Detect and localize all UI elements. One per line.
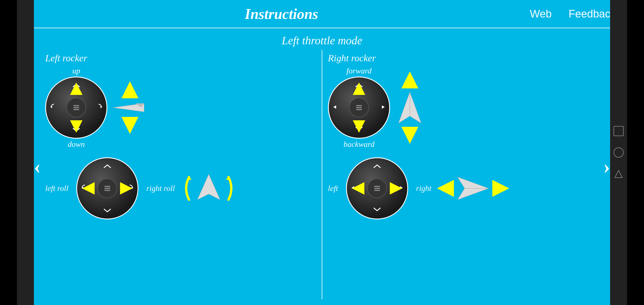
- right-col-content: forward: [328, 66, 599, 219]
- throttle-down-arrow: [121, 117, 138, 134]
- joystick2-center: [105, 188, 110, 189]
- joystick2-arrow-right: [120, 182, 132, 195]
- joystick2-arrow-left: [82, 182, 95, 195]
- lr-left-arrow: [437, 180, 454, 197]
- joystick-inner: [66, 98, 86, 117]
- svg-marker-1: [51, 106, 53, 108]
- left-joystick-bottom: [76, 157, 138, 219]
- columns: Left rocker up: [40, 50, 604, 299]
- right-roll-label: right roll: [146, 184, 175, 193]
- right-right-label: right: [416, 184, 431, 193]
- rjoystick-inner: [349, 98, 369, 117]
- next-button[interactable]: ›: [603, 155, 610, 178]
- plane-top-forward-icon: [396, 91, 424, 125]
- left-down-label: down: [68, 140, 85, 149]
- page-title: Instructions: [33, 6, 530, 22]
- right-column: Right rocker forward: [322, 50, 604, 299]
- forward-down-arrow: [401, 127, 418, 144]
- left-joystick-bottom-row: left roll: [45, 157, 316, 219]
- svg-marker-8: [197, 174, 220, 200]
- rjoystick-center: [356, 107, 362, 108]
- left-rocker-label: Left rocker: [45, 53, 316, 64]
- right-joystick-top: forward: [328, 66, 390, 149]
- right-joystick-mid-row: [328, 77, 390, 139]
- left-roll-label: left roll: [45, 184, 68, 193]
- svg-marker-12: [382, 105, 385, 109]
- rjoystick2-arrow-left: [352, 182, 364, 195]
- right-joystick-top-row: forward: [328, 66, 599, 149]
- right-joystick2-mid: [346, 157, 408, 219]
- left-joystick-mid-row: [45, 77, 107, 139]
- plane-top-lr-icon: [456, 174, 490, 202]
- feedback-link[interactable]: Feedback: [569, 8, 616, 20]
- plane-side-icon: [113, 101, 147, 115]
- left-joystick-1[interactable]: [45, 77, 107, 139]
- right-joystick-1[interactable]: [328, 77, 390, 139]
- right-joystick-2[interactable]: [346, 157, 408, 219]
- rjoystick-arrow-up: [353, 82, 365, 95]
- right-joystick-bottom: [346, 157, 408, 219]
- main-content: Left throttle mode ‹ › Left rocker up: [17, 28, 627, 305]
- svg-marker-2: [100, 106, 102, 108]
- lr-right-arrow: [492, 180, 509, 197]
- header-nav: Web Feedback: [530, 8, 616, 20]
- left-joystick-top-row: up: [45, 66, 316, 149]
- left-joystick-2[interactable]: [76, 157, 138, 219]
- forward-up-arrow: [401, 71, 418, 88]
- joystick-center: [73, 107, 79, 108]
- web-link[interactable]: Web: [530, 8, 552, 20]
- right-forward-label: forward: [346, 66, 371, 75]
- right-left-label: left: [328, 184, 338, 193]
- prev-button[interactable]: ‹: [34, 155, 41, 178]
- forward-diagram: [396, 71, 424, 144]
- mode-title: Left throttle mode: [40, 34, 604, 47]
- throttle-up-arrow: [121, 81, 138, 98]
- joystick-arrow-down: [70, 120, 82, 133]
- rjoystick2-inner: [367, 178, 387, 198]
- right-joystick-bottom-row: left: [328, 157, 599, 219]
- joystick-arrow-up: [70, 82, 82, 95]
- right-rocker-label: Right rocker: [328, 53, 599, 64]
- roll-diagram: [180, 171, 237, 205]
- rjoystick2-center: [374, 188, 380, 189]
- lr-diagram: [437, 174, 509, 202]
- joystick2-inner: [97, 178, 117, 198]
- left-column: Left rocker up: [40, 50, 322, 299]
- rjoystick2-arrow-right: [390, 182, 402, 195]
- left-up-label: up: [72, 66, 80, 75]
- svg-marker-11: [333, 105, 336, 109]
- throttle-diagram: [113, 81, 147, 134]
- rjoystick-arrow-down: [353, 120, 365, 133]
- header: ‹ Instructions Web Feedback: [17, 0, 627, 28]
- right-backward-label: backward: [343, 140, 374, 149]
- left-joystick2-mid: [76, 157, 138, 219]
- roll-diagram-svg: [180, 171, 237, 205]
- left-joystick-top: up: [45, 66, 107, 149]
- left-col-content: up: [45, 66, 316, 219]
